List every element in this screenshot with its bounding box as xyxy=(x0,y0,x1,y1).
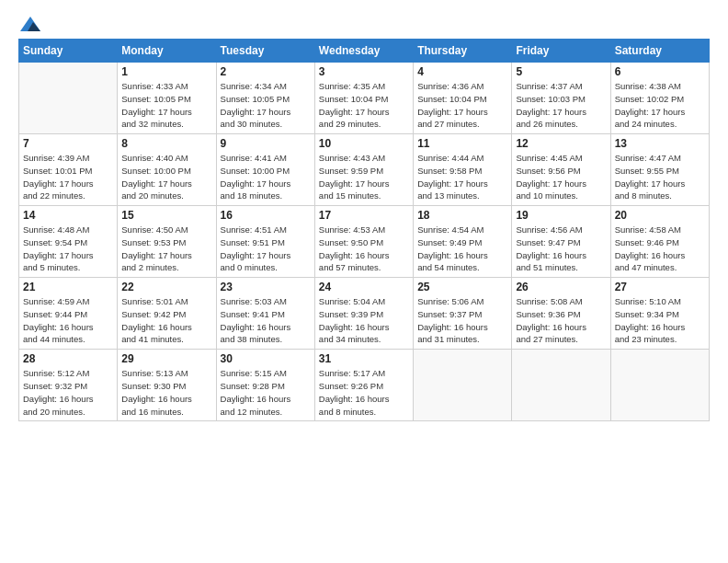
table-row: 25Sunrise: 5:06 AMSunset: 9:37 PMDayligh… xyxy=(414,278,512,350)
table-row: 22Sunrise: 5:01 AMSunset: 9:42 PMDayligh… xyxy=(118,278,216,350)
day-info: Sunrise: 4:48 AMSunset: 9:54 PMDaylight:… xyxy=(23,224,113,274)
table-row: 10Sunrise: 4:43 AMSunset: 9:59 PMDayligh… xyxy=(314,134,413,206)
table-row: 6Sunrise: 4:38 AMSunset: 10:02 PMDayligh… xyxy=(610,63,709,134)
table-row: 17Sunrise: 4:53 AMSunset: 9:50 PMDayligh… xyxy=(314,206,413,278)
col-thursday: Thursday xyxy=(414,40,512,63)
day-info: Sunrise: 5:01 AMSunset: 9:42 PMDaylight:… xyxy=(121,295,211,346)
day-info: Sunrise: 4:56 AMSunset: 9:47 PMDaylight:… xyxy=(516,224,606,274)
table-row: 12Sunrise: 4:45 AMSunset: 9:56 PMDayligh… xyxy=(512,134,610,206)
day-number: 15 xyxy=(121,209,211,222)
table-row: 13Sunrise: 4:47 AMSunset: 9:55 PMDayligh… xyxy=(610,134,709,206)
day-number: 12 xyxy=(516,137,606,150)
table-row: 21Sunrise: 4:59 AMSunset: 9:44 PMDayligh… xyxy=(19,278,118,350)
table-row: 27Sunrise: 5:10 AMSunset: 9:34 PMDayligh… xyxy=(610,278,709,350)
day-number: 30 xyxy=(221,352,311,365)
col-sunday: Sunday xyxy=(19,40,118,63)
table-row: 5Sunrise: 4:37 AMSunset: 10:03 PMDayligh… xyxy=(512,63,610,134)
day-info: Sunrise: 4:40 AMSunset: 10:00 PMDaylight… xyxy=(121,152,211,202)
col-friday: Friday xyxy=(512,40,610,63)
day-number: 22 xyxy=(121,281,211,293)
day-info: Sunrise: 4:54 AMSunset: 9:49 PMDaylight:… xyxy=(417,224,507,274)
table-row: 11Sunrise: 4:44 AMSunset: 9:58 PMDayligh… xyxy=(414,134,512,206)
day-number: 6 xyxy=(615,65,705,78)
day-info: Sunrise: 5:13 AMSunset: 9:30 PMDaylight:… xyxy=(121,367,211,418)
day-info: Sunrise: 4:43 AMSunset: 9:59 PMDaylight:… xyxy=(319,152,409,202)
day-number: 9 xyxy=(221,137,311,150)
day-number: 28 xyxy=(23,352,113,365)
calendar-table: Sunday Monday Tuesday Wednesday Thursday… xyxy=(18,39,710,421)
table-row xyxy=(414,350,512,421)
table-row xyxy=(19,63,118,134)
day-info: Sunrise: 4:45 AMSunset: 9:56 PMDaylight:… xyxy=(516,152,606,202)
table-row: 28Sunrise: 5:12 AMSunset: 9:32 PMDayligh… xyxy=(19,350,118,421)
day-number: 23 xyxy=(221,281,311,293)
logo xyxy=(18,17,40,33)
table-row: 8Sunrise: 4:40 AMSunset: 10:00 PMDayligh… xyxy=(118,134,216,206)
day-info: Sunrise: 4:50 AMSunset: 9:53 PMDaylight:… xyxy=(121,224,211,274)
table-row: 7Sunrise: 4:39 AMSunset: 10:01 PMDayligh… xyxy=(19,134,118,206)
day-number: 16 xyxy=(221,209,311,222)
table-row: 2Sunrise: 4:34 AMSunset: 10:05 PMDayligh… xyxy=(216,63,314,134)
day-info: Sunrise: 4:38 AMSunset: 10:02 PMDaylight… xyxy=(615,80,705,131)
col-wednesday: Wednesday xyxy=(314,40,413,63)
col-monday: Monday xyxy=(118,40,216,63)
day-info: Sunrise: 4:53 AMSunset: 9:50 PMDaylight:… xyxy=(319,224,409,274)
day-number: 17 xyxy=(319,209,409,222)
day-info: Sunrise: 4:36 AMSunset: 10:04 PMDaylight… xyxy=(417,80,507,131)
table-row: 15Sunrise: 4:50 AMSunset: 9:53 PMDayligh… xyxy=(118,206,216,278)
day-info: Sunrise: 4:39 AMSunset: 10:01 PMDaylight… xyxy=(23,152,113,202)
day-info: Sunrise: 4:47 AMSunset: 9:55 PMDaylight:… xyxy=(615,152,705,202)
day-number: 18 xyxy=(417,209,507,222)
day-info: Sunrise: 5:08 AMSunset: 9:36 PMDaylight:… xyxy=(516,295,606,346)
calendar-header-row: Sunday Monday Tuesday Wednesday Thursday… xyxy=(19,40,710,63)
day-info: Sunrise: 5:15 AMSunset: 9:28 PMDaylight:… xyxy=(221,367,311,418)
day-info: Sunrise: 5:12 AMSunset: 9:32 PMDaylight:… xyxy=(23,367,113,418)
day-info: Sunrise: 4:44 AMSunset: 9:58 PMDaylight:… xyxy=(417,152,507,202)
col-saturday: Saturday xyxy=(610,40,709,63)
day-number: 24 xyxy=(319,281,409,293)
page: Sunday Monday Tuesday Wednesday Thursday… xyxy=(0,0,728,431)
day-number: 10 xyxy=(319,137,409,150)
day-info: Sunrise: 4:35 AMSunset: 10:04 PMDaylight… xyxy=(319,80,409,131)
day-info: Sunrise: 4:58 AMSunset: 9:46 PMDaylight:… xyxy=(615,224,705,274)
day-number: 31 xyxy=(319,352,409,365)
day-number: 1 xyxy=(121,65,211,78)
table-row: 20Sunrise: 4:58 AMSunset: 9:46 PMDayligh… xyxy=(610,206,709,278)
day-number: 26 xyxy=(516,281,606,293)
day-info: Sunrise: 4:59 AMSunset: 9:44 PMDaylight:… xyxy=(23,295,113,346)
table-row: 9Sunrise: 4:41 AMSunset: 10:00 PMDayligh… xyxy=(216,134,314,206)
header xyxy=(18,17,710,33)
day-number: 13 xyxy=(615,137,705,150)
table-row: 1Sunrise: 4:33 AMSunset: 10:05 PMDayligh… xyxy=(118,63,216,134)
day-info: Sunrise: 4:41 AMSunset: 10:00 PMDaylight… xyxy=(221,152,311,202)
day-number: 11 xyxy=(417,137,507,150)
day-info: Sunrise: 4:51 AMSunset: 9:51 PMDaylight:… xyxy=(221,224,311,274)
day-number: 5 xyxy=(516,65,606,78)
table-row: 3Sunrise: 4:35 AMSunset: 10:04 PMDayligh… xyxy=(314,63,413,134)
day-number: 20 xyxy=(615,209,705,222)
day-info: Sunrise: 5:03 AMSunset: 9:41 PMDaylight:… xyxy=(221,295,311,346)
table-row: 23Sunrise: 5:03 AMSunset: 9:41 PMDayligh… xyxy=(216,278,314,350)
day-number: 2 xyxy=(221,65,311,78)
table-row: 30Sunrise: 5:15 AMSunset: 9:28 PMDayligh… xyxy=(216,350,314,421)
table-row: 4Sunrise: 4:36 AMSunset: 10:04 PMDayligh… xyxy=(414,63,512,134)
table-row: 26Sunrise: 5:08 AMSunset: 9:36 PMDayligh… xyxy=(512,278,610,350)
table-row xyxy=(512,350,610,421)
table-row: 29Sunrise: 5:13 AMSunset: 9:30 PMDayligh… xyxy=(118,350,216,421)
day-info: Sunrise: 4:33 AMSunset: 10:05 PMDaylight… xyxy=(121,80,211,131)
day-number: 25 xyxy=(417,281,507,293)
day-number: 29 xyxy=(121,352,211,365)
table-row: 14Sunrise: 4:48 AMSunset: 9:54 PMDayligh… xyxy=(19,206,118,278)
day-info: Sunrise: 4:37 AMSunset: 10:03 PMDaylight… xyxy=(516,80,606,131)
day-info: Sunrise: 5:06 AMSunset: 9:37 PMDaylight:… xyxy=(417,295,507,346)
day-number: 3 xyxy=(319,65,409,78)
day-number: 8 xyxy=(121,137,211,150)
table-row: 24Sunrise: 5:04 AMSunset: 9:39 PMDayligh… xyxy=(314,278,413,350)
table-row: 19Sunrise: 4:56 AMSunset: 9:47 PMDayligh… xyxy=(512,206,610,278)
col-tuesday: Tuesday xyxy=(216,40,314,63)
day-info: Sunrise: 5:17 AMSunset: 9:26 PMDaylight:… xyxy=(319,367,409,418)
logo-icon xyxy=(20,17,40,31)
day-info: Sunrise: 5:10 AMSunset: 9:34 PMDaylight:… xyxy=(615,295,705,346)
table-row xyxy=(610,350,709,421)
day-number: 14 xyxy=(23,209,113,222)
